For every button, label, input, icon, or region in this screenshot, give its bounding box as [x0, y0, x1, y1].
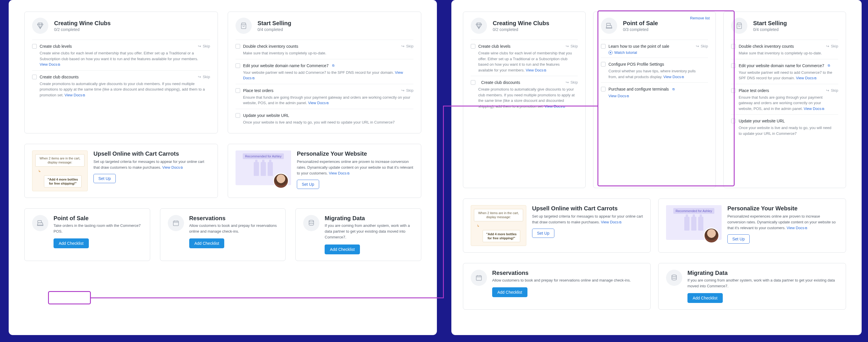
external-link-icon: ⧉: [805, 226, 807, 230]
skip-link[interactable]: Skip: [701, 44, 708, 48]
svg-point-5: [672, 275, 677, 277]
external-link-icon: ⧉: [673, 87, 675, 91]
skip-arrow-icon: ↪: [198, 44, 201, 48]
task-title: Create club levels: [478, 44, 510, 49]
view-docs-link[interactable]: View Docs⧉: [64, 93, 85, 97]
checkbox[interactable]: [32, 44, 37, 49]
view-docs-link[interactable]: View Docs⧉: [40, 62, 60, 67]
checkbox[interactable]: [601, 44, 606, 49]
view-docs-link[interactable]: View Docs⧉: [545, 104, 565, 108]
skip-link[interactable]: Skip: [406, 44, 413, 48]
shopping-bag-icon: [731, 18, 747, 34]
task-desc: Create promotions to automatically give …: [471, 87, 578, 109]
set-up-button[interactable]: Set Up: [532, 228, 554, 238]
svg-rect-3: [607, 23, 610, 26]
checkbox[interactable]: [236, 113, 240, 118]
add-checklist-button[interactable]: Add Checklist: [687, 293, 723, 303]
promo-personalize: Recommended for Ashley Personalize Your …: [658, 198, 846, 253]
addcard-desc: Allow customers to book and prepay for r…: [189, 223, 278, 235]
skip-arrow-icon: ↪: [401, 88, 404, 93]
carrot-message: "Add 4 more bottles for free shipping!": [44, 175, 82, 188]
carrot-illustration: When 2 items are in the cart, display me…: [32, 151, 88, 191]
card-title: Point of Sale: [623, 20, 658, 27]
external-link-icon: ⧉: [252, 76, 255, 80]
skip-link[interactable]: Skip: [831, 44, 838, 48]
set-up-button[interactable]: Set Up: [297, 180, 319, 189]
addcard-desc: Take orders in the tasting room with the…: [54, 223, 142, 235]
checkbox[interactable]: [601, 62, 606, 67]
view-docs-link[interactable]: View Docs⧉: [609, 94, 629, 98]
checkbox[interactable]: [731, 88, 736, 93]
carrot-message: "Add 4 more bottles for free shipping!": [483, 230, 520, 243]
view-docs-link[interactable]: View Docs⧉: [601, 220, 621, 224]
checkbox[interactable]: [236, 44, 240, 49]
task-item: Learn how to use the point of sale ↪Skip…: [601, 40, 708, 58]
external-link-icon: ⧉: [327, 101, 329, 105]
view-docs-link[interactable]: View Docs⧉: [663, 75, 684, 79]
checkbox[interactable]: [32, 75, 37, 79]
checkbox[interactable]: [236, 63, 240, 68]
remove-list-link[interactable]: Remove list: [690, 16, 710, 20]
external-link-icon: ⧉: [332, 64, 335, 67]
skip-link[interactable]: Skip: [203, 75, 210, 79]
addcard-desc: Allow customers to book and prepay for r…: [492, 278, 643, 283]
database-icon: [303, 215, 319, 231]
promo-title: Personalize Your Website: [727, 205, 838, 212]
skip-arrow-icon: ↪: [566, 80, 569, 85]
view-docs-link[interactable]: View Docs⧉: [804, 106, 824, 111]
skip-link[interactable]: Skip: [203, 44, 210, 48]
add-checklist-button[interactable]: Add Checklist: [492, 287, 527, 297]
view-docs-link[interactable]: View Docs⧉: [787, 226, 807, 230]
checkbox[interactable]: [601, 87, 606, 91]
view-docs-link[interactable]: View Docs⧉: [162, 165, 183, 169]
set-up-button[interactable]: Set Up: [727, 235, 750, 244]
pos-register-icon: [32, 215, 48, 231]
shopping-bag-icon: [236, 18, 252, 34]
view-docs-link[interactable]: View Docs⧉: [796, 76, 816, 80]
task-item: Purchase and configure terminals ⧉ View …: [601, 83, 708, 102]
checkbox[interactable]: [731, 63, 736, 68]
view-docs-link[interactable]: View Docs⧉: [308, 101, 329, 105]
task-title: Place test orders: [739, 88, 769, 93]
task-item: Double check inventory counts ↪Skip Make…: [731, 40, 838, 59]
promo-title: Upsell Online with Cart Carrots: [93, 151, 210, 157]
skip-link[interactable]: Skip: [570, 80, 578, 85]
view-docs-link[interactable]: View Docs⧉: [329, 171, 349, 175]
card-start-selling: Start Selling 0/4 completed Double check…: [228, 11, 421, 133]
set-up-button[interactable]: Set Up: [93, 174, 116, 183]
card-wine-clubs: Creating Wine Clubs 0/2 completed Create…: [463, 11, 586, 188]
skip-link[interactable]: Skip: [406, 88, 413, 93]
promo-title: Upsell Online with Cart Carrots: [532, 205, 643, 212]
checkbox[interactable]: [731, 44, 736, 49]
card-point-of-sale: Point of Sale 0/3 completed Remove list …: [593, 11, 716, 188]
checkbox[interactable]: [731, 119, 736, 123]
external-link-icon: ⧉: [682, 75, 684, 79]
add-card-pos: Point of Sale Take orders in the tasting…: [24, 208, 150, 261]
skip-link[interactable]: Skip: [570, 44, 578, 48]
task-title: Edit your website domain name for Commer…: [243, 63, 329, 68]
external-link-icon: ⧉: [563, 105, 565, 108]
calendar-icon: [471, 270, 487, 286]
external-link-icon: ⧉: [828, 64, 830, 67]
watch-tutorial-link[interactable]: Watch tutorial: [601, 50, 637, 55]
card-subtitle: 0/4 completed: [257, 27, 291, 32]
task-item: Create club discounts ↪Skip Create promo…: [32, 70, 210, 101]
checkbox[interactable]: [471, 80, 475, 85]
add-checklist-button[interactable]: Add Checklist: [324, 245, 360, 254]
card-start-selling: Start Selling 0/4 completed Double check…: [723, 11, 846, 188]
personalize-illustration: Recommended for Ashley: [666, 205, 722, 240]
view-docs-link[interactable]: View Docs⧉: [526, 68, 546, 72]
checkbox[interactable]: [236, 88, 240, 93]
skip-link[interactable]: Skip: [831, 88, 838, 93]
external-link-icon: ⧉: [83, 93, 85, 97]
promo-desc: Personalized experiences online are prov…: [727, 214, 838, 231]
add-checklist-button[interactable]: Add Checklist: [189, 239, 224, 248]
task-desc: Once your website is live and ready to g…: [731, 125, 838, 136]
task-title: Create club discounts: [40, 75, 79, 79]
task-title: Create club levels: [40, 44, 72, 49]
checkbox[interactable]: [471, 44, 475, 49]
skip-arrow-icon: ↪: [566, 44, 569, 48]
card-subtitle: 0/3 completed: [623, 27, 658, 32]
add-checklist-button[interactable]: Add Checklist: [54, 239, 89, 248]
task-desc: Make sure that inventory is completely u…: [731, 50, 838, 56]
